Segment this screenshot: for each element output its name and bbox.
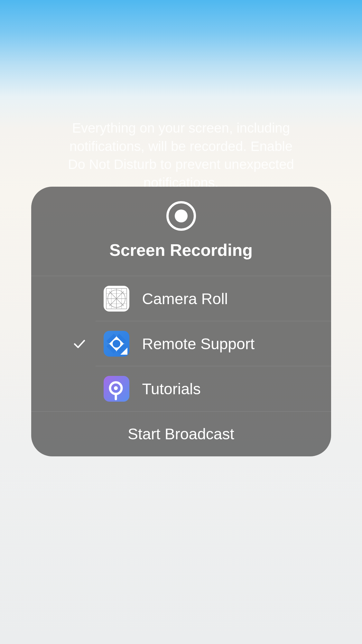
record-icon [166, 201, 196, 231]
record-icon-inner [175, 210, 188, 222]
remote-support-icon [104, 331, 129, 357]
modal-header: Screen Recording [31, 187, 331, 276]
start-broadcast-button[interactable]: Start Broadcast [31, 411, 331, 456]
svg-point-18 [114, 386, 118, 390]
svg-point-11 [113, 340, 120, 348]
recording-warning-text: Everything on your screen, including not… [62, 119, 300, 192]
option-label: Camera Roll [142, 290, 228, 308]
option-remote-support[interactable]: Remote Support [31, 321, 331, 366]
broadcast-option-list: Camera Roll R [31, 276, 331, 411]
checkmark-icon [71, 336, 88, 352]
screen-recording-modal: Screen Recording Camera Roll [31, 187, 331, 456]
modal-title: Screen Recording [31, 240, 331, 260]
option-camera-roll[interactable]: Camera Roll [31, 276, 331, 321]
tutorials-icon [104, 376, 129, 402]
camera-roll-icon [104, 286, 129, 312]
option-tutorials[interactable]: Tutorials [31, 366, 331, 411]
option-label: Tutorials [142, 380, 201, 398]
option-label: Remote Support [142, 335, 255, 353]
